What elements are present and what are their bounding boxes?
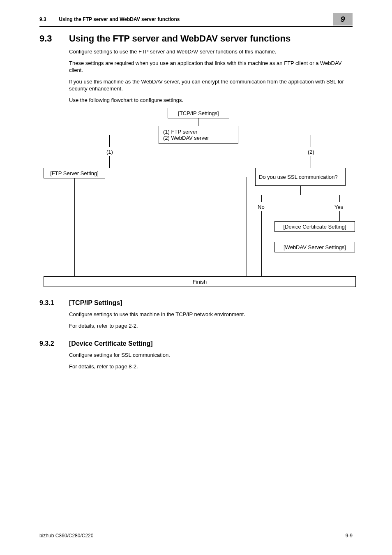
flow-line — [238, 135, 311, 135]
flow-line — [247, 177, 255, 177]
subsection-2-num: 9.3.2 — [39, 340, 69, 347]
flow-label-2: (2) — [308, 149, 314, 155]
footer-right: 9-9 — [346, 533, 353, 539]
flow-webdav-box: [WebDAV Server Settings] — [274, 242, 355, 252]
flow-tcpip-box: [TCP/IP Settings] — [168, 108, 229, 118]
subsection-1-num: 9.3.1 — [39, 299, 69, 307]
flow-yes-label: Yes — [334, 204, 343, 210]
subsection-1-body: Configure settings to use this machine i… — [69, 311, 353, 329]
subsection-1-heading: 9.3.1 [TCP/IP Settings] — [39, 299, 353, 307]
intro-p4: Use the following flowchart to configure… — [69, 97, 353, 104]
flow-line — [261, 195, 262, 202]
flow-line — [109, 135, 110, 147]
running-header: 9.3 Using the FTP server and WebDAV serv… — [39, 16, 353, 27]
flow-no-label: No — [258, 204, 265, 210]
intro-p1: Configure settings to use the FTP server… — [69, 48, 353, 56]
flow-line — [339, 195, 340, 202]
flow-line — [74, 178, 75, 276]
flow-line — [311, 156, 311, 168]
flow-line — [261, 195, 339, 195]
flow-line — [109, 156, 110, 168]
flowchart: [TCP/IP Settings] (1) FTP server (2) Web… — [39, 108, 353, 289]
subsection-2-title: [Device Certificate Setting] — [69, 340, 153, 347]
flow-line — [315, 252, 315, 276]
flow-ssl-question-box: Do you use SSL communication? — [255, 168, 346, 186]
flow-label-1: (1) — [106, 149, 113, 155]
intro-p2: These settings are required when you use… — [69, 60, 353, 74]
flow-branch-line2: (2) WebDAV server — [163, 135, 234, 141]
flow-line — [198, 118, 198, 126]
flow-line — [315, 232, 315, 242]
subsection-2-body: Configure settings for SSL communication… — [69, 352, 353, 370]
flow-line — [247, 177, 247, 276]
intro-p3: If you use this machine as the WebDAV se… — [69, 78, 353, 92]
header-section-num: 9.3 — [39, 16, 58, 22]
subsection-2-heading: 9.3.2 [Device Certificate Setting] — [39, 340, 353, 347]
flow-line — [300, 186, 301, 195]
flow-finish-box: Finish — [44, 276, 356, 287]
section-heading: 9.3 Using the FTP server and WebDAV serv… — [39, 33, 353, 44]
flow-line — [339, 211, 340, 221]
intro-body: Configure settings to use the FTP server… — [69, 48, 353, 104]
subsection-1-title: [TCP/IP Settings] — [69, 299, 122, 307]
flow-ftp-box: [FTP Server Setting] — [44, 168, 105, 178]
s1-p2: For details, refer to page 2-2. — [69, 322, 353, 330]
chapter-number: 9 — [341, 15, 345, 24]
flow-branch-box: (1) FTP server (2) WebDAV server — [159, 126, 238, 144]
flow-line — [261, 211, 262, 276]
s1-p1: Configure settings to use this machine i… — [69, 311, 353, 318]
flow-branch-line1: (1) FTP server — [163, 129, 234, 135]
s2-p1: Configure settings for SSL communication… — [69, 352, 353, 359]
section-title: Using the FTP server and WebDAV server f… — [69, 33, 291, 44]
header-section-title: Using the FTP server and WebDAV server f… — [59, 16, 180, 22]
footer: bizhub C360/C280/C220 9-9 — [39, 531, 353, 539]
flow-line — [109, 135, 159, 135]
flow-line — [311, 135, 311, 147]
section-num: 9.3 — [39, 33, 69, 44]
flow-devcert-box: [Device Certificate Setting] — [274, 221, 355, 232]
s2-p2: For details, refer to page 8-2. — [69, 363, 353, 370]
chapter-tab: 9 — [333, 13, 353, 25]
header-text: 9.3 Using the FTP server and WebDAV serv… — [39, 16, 180, 22]
footer-left: bizhub C360/C280/C220 — [39, 533, 93, 539]
